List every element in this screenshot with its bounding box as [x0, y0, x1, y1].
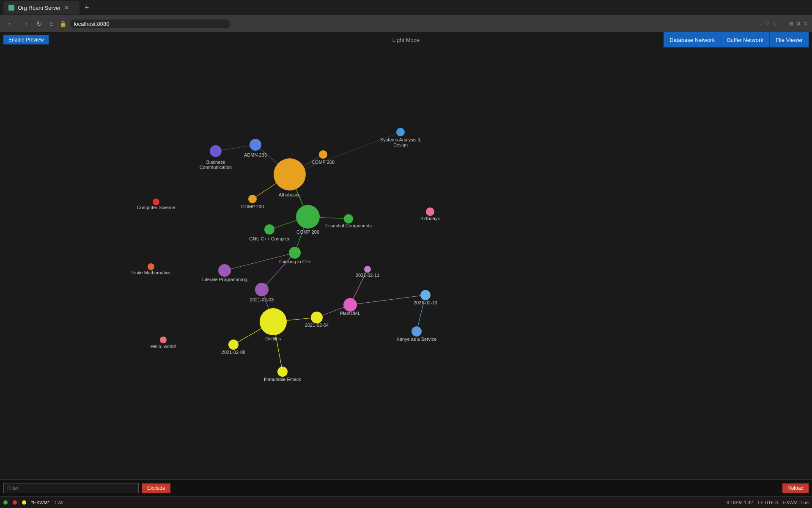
node-birthdays[interactable]: [426, 207, 434, 216]
node-business-comm[interactable]: [210, 145, 222, 157]
node-athabasca[interactable]: [274, 158, 306, 190]
label-date-20210203: 2021-02-03: [250, 297, 274, 302]
label-date-20210208: 2021-02-08: [222, 350, 245, 355]
light-mode-label: Light Mode: [392, 37, 420, 43]
nav-buttons: ← → ↻ ⌂: [5, 19, 56, 29]
label-thinking-cpp: Thinking in C++: [278, 259, 311, 264]
node-essential-comp[interactable]: [344, 214, 353, 224]
node-thinking-cpp[interactable]: [289, 247, 301, 259]
status-dot-green: [3, 500, 8, 505]
reload-button[interactable]: ↻: [34, 19, 44, 29]
workspace-indicator[interactable]: *EXWM*: [31, 500, 49, 505]
label-date-20210211: 2021-02-11: [356, 273, 379, 278]
exclude-button[interactable]: Exclude: [142, 483, 170, 493]
tab-favicon: [8, 5, 14, 11]
label-dotfiles: Dotfiles: [266, 336, 281, 341]
label-systems-analysis2: Design: [393, 142, 408, 147]
status-bar: *EXWM* 1 All 8:18PM 1.42 LF UTF-8 EXWM :…: [0, 496, 812, 508]
enable-preview-button[interactable]: Enable Preview: [3, 35, 49, 44]
label-business-comm2: Communication: [200, 165, 232, 170]
extensions-button[interactable]: ⊞: [789, 21, 793, 27]
back-button[interactable]: ←: [5, 19, 17, 28]
status-time: 8:18PM 1.42: [727, 500, 753, 505]
graph-svg[interactable]: Business Communication ADMN 233 COMP 268…: [0, 47, 812, 486]
node-comp200[interactable]: [248, 195, 257, 203]
label-date-20210204: 2021-02-04: [305, 323, 329, 328]
node-date-20210204[interactable]: [311, 312, 323, 323]
tab-title: Org Roam Server: [18, 5, 61, 11]
buffer-network-tab[interactable]: Buffer Network: [721, 32, 770, 47]
label-immutable-emacs: Immutable Emacs: [264, 377, 302, 382]
graph-edges: [216, 132, 425, 372]
node-date-20210203[interactable]: [255, 283, 269, 296]
label-date-20210213: 2021-02-13: [414, 300, 437, 305]
tab-bar: Org Roam Server ✕ +: [0, 0, 812, 15]
browser-actions: ··· ♡ ☆ ⊞ ⧉ ≡: [757, 21, 807, 27]
label-kanye: Kanye as a Service: [397, 337, 437, 342]
node-date-20210208[interactable]: [228, 340, 239, 350]
graph-area: Business Communication ADMN 233 COMP 268…: [0, 47, 812, 486]
label-comp206: COMP 206: [296, 229, 319, 235]
node-finite-math[interactable]: [148, 263, 154, 270]
node-kanye[interactable]: [411, 326, 422, 337]
node-comp-sci[interactable]: [153, 199, 159, 205]
bookmark-button[interactable]: ♡: [765, 21, 769, 27]
label-business-comm: Business: [206, 160, 225, 165]
address-input[interactable]: [70, 19, 230, 28]
label-hello-world: Hello, world!: [151, 344, 176, 349]
node-date-20210213[interactable]: [420, 290, 431, 300]
node-immutable-emacs[interactable]: [277, 367, 288, 377]
node-plantuml[interactable]: [343, 298, 357, 312]
database-network-tab[interactable]: Database Network: [664, 32, 721, 47]
browser-tab[interactable]: Org Roam Server ✕: [3, 1, 80, 14]
status-encoding: LF UTF-8: [758, 500, 778, 505]
label-essential-comp: Essential Components: [325, 223, 372, 228]
more-options-button[interactable]: ···: [757, 21, 761, 27]
node-admn233[interactable]: [250, 139, 261, 151]
label-systems-analysis: Systems Analysis &: [380, 137, 421, 142]
label-comp-sci: Computer Science: [137, 205, 176, 210]
node-gnu-cpp[interactable]: [264, 224, 274, 235]
node-dotfiles[interactable]: [260, 308, 287, 335]
label-birthdays: Birthdays: [420, 216, 440, 221]
app-header: Enable Preview Light Mode Database Netwo…: [0, 32, 812, 47]
home-button[interactable]: ⌂: [47, 19, 56, 28]
bottom-filter-bar: Exclude Reload: [0, 479, 812, 496]
svg-line-10: [262, 253, 295, 290]
status-dot-yellow: [22, 500, 26, 505]
label-comp268: COMP 268: [312, 160, 335, 165]
label-gnu-cpp: GNU C++ Compiler: [249, 236, 290, 241]
tab-close-button[interactable]: ✕: [64, 4, 69, 11]
node-date-20210211[interactable]: [364, 266, 371, 273]
workspace-num: 1 All: [55, 500, 63, 505]
label-athabasca: Athabasca: [279, 192, 301, 197]
status-mode: EXWM : line: [783, 500, 809, 505]
node-systems-analysis[interactable]: [396, 128, 405, 136]
filter-input[interactable]: [3, 483, 139, 493]
label-literate-prog: Literate Programming: [202, 277, 247, 282]
address-bar: ← → ↻ ⌂ 🔒 ··· ♡ ☆ ⊞ ⧉ ≡: [0, 15, 812, 32]
status-dot-red: [13, 500, 17, 505]
new-tab-button[interactable]: +: [81, 3, 93, 12]
forward-button[interactable]: →: [19, 19, 31, 28]
browser-chrome: Org Roam Server ✕ + ← → ↻ ⌂ 🔒 ··· ♡ ☆ ⊞ …: [0, 0, 812, 32]
node-hello-world[interactable]: [160, 337, 167, 343]
reload-button[interactable]: Reload: [782, 483, 809, 493]
label-finite-math: Finite Mathematics: [132, 270, 171, 275]
star-button[interactable]: ☆: [773, 21, 777, 27]
svg-line-0: [216, 145, 255, 151]
split-view-button[interactable]: ⧉: [797, 21, 801, 27]
nav-tabs: Database Network Buffer Network File Vie…: [664, 32, 809, 47]
node-literate-prog[interactable]: [218, 264, 231, 277]
node-comp268[interactable]: [319, 150, 327, 159]
label-admn233: ADMN 233: [244, 152, 267, 157]
menu-button[interactable]: ≡: [804, 21, 807, 27]
label-comp200: COMP 200: [241, 204, 264, 209]
file-viewer-tab[interactable]: File Viewer: [770, 32, 809, 47]
node-comp206[interactable]: [296, 205, 320, 229]
label-plantuml: PlantUML: [340, 311, 360, 316]
security-icon: 🔒: [60, 21, 66, 27]
